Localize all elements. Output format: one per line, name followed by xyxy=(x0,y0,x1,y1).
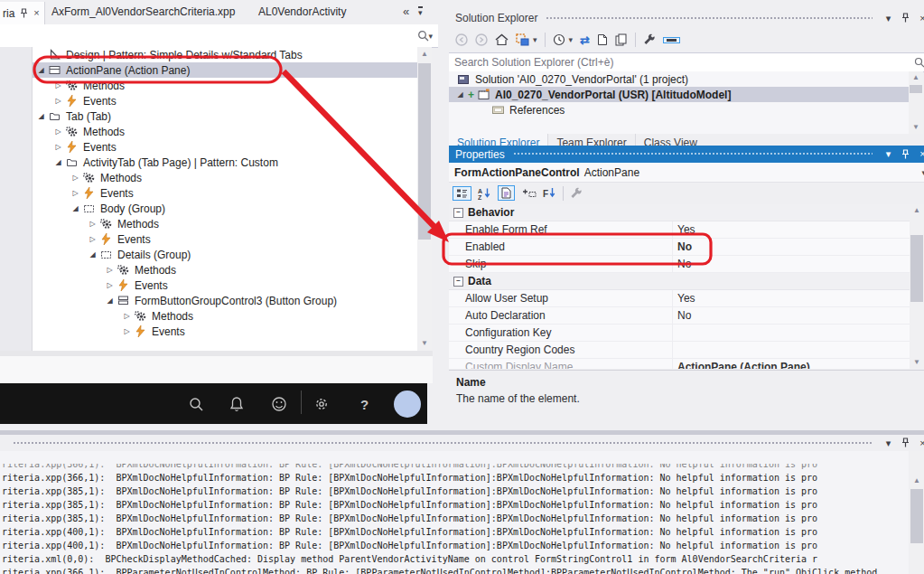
property-row-skip[interactable]: SkipNo xyxy=(449,256,910,273)
scroll-up-icon[interactable]: ▲ xyxy=(910,204,924,217)
scroll-down-icon[interactable]: ▼ xyxy=(909,121,923,134)
property-row-auto-declaration[interactable]: Auto DeclarationNo xyxy=(449,307,910,325)
tree-expander-closed-icon[interactable]: ▷ xyxy=(52,127,64,136)
tab-active-partial[interactable]: ria × xyxy=(0,2,45,24)
plus-icon[interactable]: + xyxy=(468,89,474,101)
output-scrollbar[interactable]: ▲ xyxy=(910,451,924,574)
pending-changes-filter-icon[interactable] xyxy=(553,33,565,46)
tree-expander-open-icon[interactable]: ◢ xyxy=(87,250,98,259)
scroll-up-icon[interactable]: ▲ xyxy=(909,71,923,84)
tree-item-methods[interactable]: ▷Methods xyxy=(33,308,417,324)
property-value[interactable]: ActionPane (Action Pane) xyxy=(673,359,910,369)
output-pane[interactable]: riteria.xpp(366,1): BPXmlDocNoHelpfulInf… xyxy=(0,451,909,574)
tree-item-methods[interactable]: ▷Methods xyxy=(33,262,417,278)
chevron-double-left-icon[interactable]: « xyxy=(403,5,409,18)
tree-expander-closed-icon[interactable]: ▷ xyxy=(87,235,98,243)
tree-expander-closed-icon[interactable]: ▷ xyxy=(52,143,64,151)
property-value[interactable]: Yes xyxy=(673,290,910,306)
tree-item-events[interactable]: ▷Events xyxy=(33,278,417,293)
tree-expander-closed-icon[interactable]: ▷ xyxy=(52,97,64,105)
tree-item-events[interactable]: ▷Events xyxy=(33,139,417,155)
tree-expander-closed-icon[interactable]: ▷ xyxy=(121,327,133,335)
property-value[interactable]: No xyxy=(673,307,910,324)
tree-expander-closed-icon[interactable]: ▷ xyxy=(70,174,81,182)
properties-object-selector[interactable]: FormActionPaneControl ActionPane ▾ xyxy=(449,163,924,183)
collapse-category-icon[interactable]: − xyxy=(453,277,463,287)
scroll-down-icon[interactable]: ▼ xyxy=(910,356,924,369)
tree-item-events[interactable]: ▷Events xyxy=(33,93,417,108)
properties-header[interactable]: Properties ▾ × xyxy=(449,146,924,163)
property-row-country-region-codes[interactable]: Country Region Codes xyxy=(449,342,910,359)
scrollbar-thumb[interactable] xyxy=(910,85,922,93)
drag-grip[interactable] xyxy=(546,16,873,21)
tree-item-formbuttongroupcontrol3-button-group[interactable]: ◢FormButtonGroupControl3 (Button Group) xyxy=(33,293,417,308)
forward-icon[interactable] xyxy=(475,33,488,46)
tree-item-activitytab-tab-page-pattern-custom[interactable]: ◢ActivityTab (Tab Page) | Pattern: Custo… xyxy=(33,155,417,170)
window-position-icon[interactable]: ▾ xyxy=(881,438,896,448)
property-value[interactable]: No xyxy=(673,239,910,255)
tree-expander-closed-icon[interactable]: ▷ xyxy=(52,81,64,89)
close-icon[interactable]: × xyxy=(915,438,924,448)
attach-handler-button[interactable] xyxy=(521,188,537,199)
collapse-category-icon[interactable]: − xyxy=(453,208,463,218)
properties-wrench-icon[interactable] xyxy=(643,33,656,46)
window-position-icon[interactable]: ▾ xyxy=(881,149,896,159)
tree-item-events[interactable]: ▷Events xyxy=(33,324,417,339)
scrollbar-thumb[interactable] xyxy=(910,235,923,302)
pin-icon[interactable] xyxy=(20,8,28,19)
property-value[interactable] xyxy=(673,325,910,341)
home-icon[interactable] xyxy=(495,33,509,46)
designer-search-box[interactable]: ▾ xyxy=(0,24,438,48)
tree-item-details-group[interactable]: ◢Details (Group) xyxy=(33,247,417,262)
help-icon[interactable]: ? xyxy=(360,396,369,411)
tree-expander-closed-icon[interactable]: ▷ xyxy=(104,266,116,274)
tree-item-events[interactable]: ▷Events xyxy=(33,231,417,247)
property-pages-button[interactable] xyxy=(498,185,515,201)
tree-item-actionpane-action-pane[interactable]: ◢ActionPane (Action Pane) xyxy=(33,62,417,78)
tree-expander-closed-icon[interactable]: ▷ xyxy=(121,312,133,320)
tree-expander-open-icon[interactable]: ◢ xyxy=(454,90,466,99)
show-all-files-toggle[interactable] xyxy=(663,37,680,43)
tab-vendoractivity[interactable]: AL0VendorActivity xyxy=(258,5,346,18)
sort-button[interactable]: F xyxy=(543,187,556,199)
property-category-behavior[interactable]: −Behavior xyxy=(449,204,910,221)
property-value[interactable] xyxy=(673,342,910,358)
sync-with-active-document-icon[interactable]: ⇄ xyxy=(580,33,590,47)
alphabetical-sort-button[interactable]: AZ xyxy=(478,187,491,200)
search-icon[interactable] xyxy=(914,57,924,68)
chevron-down-icon[interactable]: ▾ xyxy=(569,35,574,44)
solution-explorer-search-box[interactable]: Search Solution Explorer (Ctrl+è) ▾ xyxy=(449,52,924,72)
avatar[interactable] xyxy=(394,391,421,418)
tree-expander-open-icon[interactable]: ◢ xyxy=(104,296,116,305)
tree-item-design-pattern-simple-details-w-standard-tabs[interactable]: Design | Pattern: Simple Details w/Stand… xyxy=(33,47,417,62)
switch-views-icon[interactable] xyxy=(516,33,529,46)
scroll-down-icon[interactable]: ▼ xyxy=(417,337,432,350)
editor-scrollbar[interactable]: ▲ ▼ xyxy=(417,47,432,351)
preview-selected-item-icon[interactable] xyxy=(597,33,608,46)
chevron-down-icon[interactable]: ▾ xyxy=(533,35,537,44)
tree-expander-closed-icon[interactable]: ▷ xyxy=(104,281,116,289)
tree-item-tab-tab[interactable]: ◢Tab (Tab) xyxy=(33,108,417,124)
window-position-icon[interactable]: ▾ xyxy=(881,14,896,24)
output-pane-header[interactable]: ▾ × xyxy=(0,435,924,451)
chevron-down-icon[interactable]: ▾ xyxy=(428,32,433,41)
tree-item-methods[interactable]: ▷Methods xyxy=(33,78,417,93)
property-value[interactable]: No xyxy=(673,256,910,272)
designer-search-input[interactable] xyxy=(4,27,396,44)
smiley-feedback-icon[interactable] xyxy=(271,396,287,412)
search-icon[interactable] xyxy=(188,396,204,412)
drag-grip[interactable] xyxy=(13,441,873,446)
property-row-allow-user-setup[interactable]: Allow User SetupYes xyxy=(449,290,910,307)
pin-icon[interactable] xyxy=(898,149,913,160)
property-value[interactable]: Yes xyxy=(673,221,910,238)
document-outline-icon[interactable]: ▾ xyxy=(418,6,423,17)
property-row-enable-form-ref[interactable]: Enable Form RefYes xyxy=(449,221,910,239)
solution-explorer-header[interactable]: Solution Explorer ▾ × xyxy=(449,9,924,27)
tree-item-body-group[interactable]: ◢Body (Group) xyxy=(33,201,417,216)
gear-icon[interactable] xyxy=(313,396,330,412)
property-row-custom-display-name[interactable]: Custom Display NameActionPane (Action Pa… xyxy=(449,359,910,369)
tree-expander-open-icon[interactable]: ◢ xyxy=(35,66,47,74)
scroll-up-icon[interactable]: ▲ xyxy=(417,48,432,61)
tree-item-solution[interactable]: Solution 'AI0_0270_VendorPortal' (1 proj… xyxy=(449,71,909,87)
copy-documents-icon[interactable] xyxy=(615,33,628,46)
